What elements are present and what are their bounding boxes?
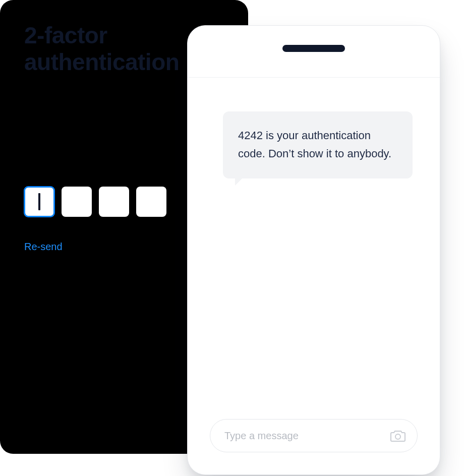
phone-screen: 4242 is your authentication code. Don’t … bbox=[188, 26, 440, 474]
message-composer[interactable] bbox=[210, 419, 418, 452]
stage: 2-factor authentication Re-send 4242 is … bbox=[0, 0, 464, 476]
message-input[interactable] bbox=[224, 430, 384, 442]
phone-header-divider bbox=[188, 77, 440, 78]
resend-link[interactable]: Re-send bbox=[24, 241, 63, 253]
auth-title-line1: 2-factor bbox=[24, 22, 107, 48]
code-digit-2[interactable] bbox=[62, 187, 92, 217]
sms-text: 4242 is your authentication code. Don’t … bbox=[238, 127, 397, 163]
text-caret bbox=[38, 193, 40, 210]
phone-frame: 4242 is your authentication code. Don’t … bbox=[187, 25, 440, 475]
sms-bubble-tail bbox=[235, 176, 244, 186]
code-digit-4[interactable] bbox=[136, 187, 166, 217]
code-digit-1[interactable] bbox=[24, 187, 54, 217]
code-digit-3[interactable] bbox=[99, 187, 129, 217]
auth-title-line2: authentication bbox=[24, 49, 179, 75]
camera-icon[interactable] bbox=[390, 429, 406, 443]
phone-speaker bbox=[282, 45, 345, 52]
sms-bubble: 4242 is your authentication code. Don’t … bbox=[223, 111, 413, 178]
svg-point-0 bbox=[395, 434, 400, 439]
